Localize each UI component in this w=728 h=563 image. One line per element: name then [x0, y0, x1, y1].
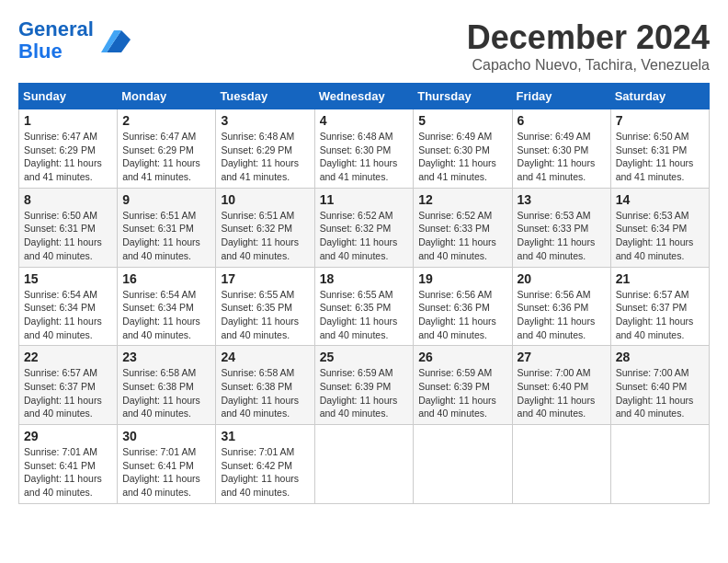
calendar-cell: 13 Sunrise: 6:53 AM Sunset: 6:33 PM Dayl… [512, 188, 610, 267]
day-number: 18 [320, 271, 409, 286]
day-info: Sunrise: 7:01 AM Sunset: 6:41 PM Dayligh… [122, 445, 210, 500]
location: Capacho Nuevo, Tachira, Venezuela [467, 57, 710, 74]
day-number: 5 [418, 113, 506, 128]
day-number: 11 [320, 192, 409, 207]
calendar-cell: 23 Sunrise: 6:58 AM Sunset: 6:38 PM Dayl… [118, 346, 216, 425]
day-info: Sunrise: 6:55 AM Sunset: 6:35 PM Dayligh… [221, 288, 309, 342]
day-info: Sunrise: 6:59 AM Sunset: 6:39 PM Dayligh… [418, 366, 506, 420]
weekday-header: Thursday [414, 84, 512, 109]
calendar-cell: 26 Sunrise: 6:59 AM Sunset: 6:39 PM Dayl… [414, 346, 512, 425]
calendar-cell: 19 Sunrise: 6:56 AM Sunset: 6:36 PM Dayl… [414, 267, 512, 346]
day-number: 13 [518, 192, 606, 207]
calendar-cell: 14 Sunrise: 6:53 AM Sunset: 6:34 PM Dayl… [610, 188, 709, 267]
day-info: Sunrise: 6:53 AM Sunset: 6:33 PM Dayligh… [518, 209, 606, 263]
calendar-week-row: 22 Sunrise: 6:57 AM Sunset: 6:37 PM Dayl… [19, 346, 710, 425]
calendar-cell: 15 Sunrise: 6:54 AM Sunset: 6:34 PM Dayl… [19, 267, 118, 346]
day-info: Sunrise: 6:48 AM Sunset: 6:30 PM Dayligh… [320, 130, 409, 184]
day-number: 19 [418, 271, 506, 286]
day-number: 1 [24, 113, 112, 128]
calendar-cell: 22 Sunrise: 6:57 AM Sunset: 6:37 PM Dayl… [19, 346, 118, 425]
calendar-cell: 12 Sunrise: 6:52 AM Sunset: 6:33 PM Dayl… [414, 188, 512, 267]
day-info: Sunrise: 6:51 AM Sunset: 6:31 PM Dayligh… [122, 209, 210, 263]
day-info: Sunrise: 6:47 AM Sunset: 6:29 PM Dayligh… [122, 130, 210, 184]
day-number: 2 [122, 113, 210, 128]
weekday-header: Saturday [610, 84, 709, 109]
calendar-cell: 18 Sunrise: 6:55 AM Sunset: 6:35 PM Dayl… [314, 267, 414, 346]
day-number: 26 [418, 350, 506, 364]
day-info: Sunrise: 6:49 AM Sunset: 6:30 PM Dayligh… [418, 130, 506, 184]
day-info: Sunrise: 6:50 AM Sunset: 6:31 PM Dayligh… [616, 130, 704, 184]
day-number: 16 [122, 271, 210, 286]
calendar-cell: 31 Sunrise: 7:01 AM Sunset: 6:42 PM Dayl… [216, 425, 314, 504]
calendar-cell [610, 425, 709, 504]
day-number: 22 [24, 350, 112, 364]
day-number: 25 [320, 350, 409, 364]
calendar-week-row: 29 Sunrise: 7:01 AM Sunset: 6:41 PM Dayl… [19, 425, 710, 504]
day-info: Sunrise: 6:58 AM Sunset: 6:38 PM Dayligh… [221, 366, 309, 420]
day-info: Sunrise: 6:54 AM Sunset: 6:34 PM Dayligh… [122, 288, 210, 342]
title-block: December 2024 Capacho Nuevo, Tachira, Ve… [467, 18, 710, 74]
day-info: Sunrise: 6:49 AM Sunset: 6:30 PM Dayligh… [518, 130, 606, 184]
day-number: 10 [221, 192, 309, 207]
day-info: Sunrise: 6:59 AM Sunset: 6:39 PM Dayligh… [320, 366, 409, 420]
day-number: 14 [616, 192, 704, 207]
calendar-cell [512, 425, 610, 504]
weekday-header: Tuesday [216, 84, 314, 109]
day-info: Sunrise: 7:01 AM Sunset: 6:42 PM Dayligh… [221, 445, 309, 500]
calendar-cell: 8 Sunrise: 6:50 AM Sunset: 6:31 PM Dayli… [19, 188, 118, 267]
calendar-cell: 27 Sunrise: 7:00 AM Sunset: 6:40 PM Dayl… [512, 346, 610, 425]
day-info: Sunrise: 6:57 AM Sunset: 6:37 PM Dayligh… [616, 288, 704, 342]
day-info: Sunrise: 6:53 AM Sunset: 6:34 PM Dayligh… [616, 209, 704, 263]
calendar-cell: 21 Sunrise: 6:57 AM Sunset: 6:37 PM Dayl… [610, 267, 709, 346]
day-info: Sunrise: 6:52 AM Sunset: 6:33 PM Dayligh… [418, 209, 506, 263]
day-number: 4 [320, 113, 409, 128]
day-number: 17 [221, 271, 309, 286]
day-number: 23 [122, 350, 210, 364]
day-info: Sunrise: 6:52 AM Sunset: 6:32 PM Dayligh… [320, 209, 409, 263]
day-number: 28 [616, 350, 704, 364]
calendar-cell: 25 Sunrise: 6:59 AM Sunset: 6:39 PM Dayl… [314, 346, 414, 425]
day-info: Sunrise: 7:01 AM Sunset: 6:41 PM Dayligh… [24, 445, 112, 500]
logo: General Blue [18, 18, 131, 63]
calendar-cell: 30 Sunrise: 7:01 AM Sunset: 6:41 PM Dayl… [118, 425, 216, 504]
day-number: 6 [518, 113, 606, 128]
day-info: Sunrise: 6:58 AM Sunset: 6:38 PM Dayligh… [122, 366, 210, 420]
calendar-cell: 11 Sunrise: 6:52 AM Sunset: 6:32 PM Dayl… [314, 188, 414, 267]
calendar-cell [314, 425, 414, 504]
calendar-week-row: 15 Sunrise: 6:54 AM Sunset: 6:34 PM Dayl… [19, 267, 710, 346]
day-info: Sunrise: 6:56 AM Sunset: 6:36 PM Dayligh… [418, 288, 506, 342]
page-header: General Blue December 2024 Capacho Nuevo… [18, 18, 710, 74]
month-title: December 2024 [467, 18, 710, 57]
day-info: Sunrise: 6:50 AM Sunset: 6:31 PM Dayligh… [24, 209, 112, 263]
day-number: 20 [518, 271, 606, 286]
day-number: 3 [221, 113, 309, 128]
calendar-cell: 2 Sunrise: 6:47 AM Sunset: 6:29 PM Dayli… [118, 109, 216, 189]
calendar-header-row: SundayMondayTuesdayWednesdayThursdayFrid… [19, 84, 710, 109]
calendar-cell: 1 Sunrise: 6:47 AM Sunset: 6:29 PM Dayli… [19, 109, 118, 189]
day-number: 21 [616, 271, 704, 286]
day-info: Sunrise: 6:55 AM Sunset: 6:35 PM Dayligh… [320, 288, 409, 342]
day-number: 29 [24, 429, 112, 443]
day-info: Sunrise: 6:56 AM Sunset: 6:36 PM Dayligh… [518, 288, 606, 342]
day-info: Sunrise: 6:47 AM Sunset: 6:29 PM Dayligh… [24, 130, 112, 184]
day-number: 31 [221, 429, 309, 443]
calendar-cell: 16 Sunrise: 6:54 AM Sunset: 6:34 PM Dayl… [118, 267, 216, 346]
calendar-week-row: 8 Sunrise: 6:50 AM Sunset: 6:31 PM Dayli… [19, 188, 710, 267]
day-info: Sunrise: 6:51 AM Sunset: 6:32 PM Dayligh… [221, 209, 309, 263]
day-number: 8 [24, 192, 112, 207]
day-info: Sunrise: 6:54 AM Sunset: 6:34 PM Dayligh… [24, 288, 112, 342]
logo-text: General Blue [18, 18, 94, 63]
calendar-cell: 3 Sunrise: 6:48 AM Sunset: 6:29 PM Dayli… [216, 109, 314, 189]
weekday-header: Sunday [19, 84, 118, 109]
calendar-cell: 4 Sunrise: 6:48 AM Sunset: 6:30 PM Dayli… [314, 109, 414, 189]
day-number: 24 [221, 350, 309, 364]
day-number: 15 [24, 271, 112, 286]
weekday-header: Wednesday [314, 84, 414, 109]
weekday-header: Monday [118, 84, 216, 109]
day-number: 7 [616, 113, 704, 128]
day-info: Sunrise: 6:48 AM Sunset: 6:29 PM Dayligh… [221, 130, 309, 184]
weekday-header: Friday [512, 84, 610, 109]
day-info: Sunrise: 6:57 AM Sunset: 6:37 PM Dayligh… [24, 366, 112, 420]
day-info: Sunrise: 7:00 AM Sunset: 6:40 PM Dayligh… [616, 366, 704, 420]
calendar-cell: 20 Sunrise: 6:56 AM Sunset: 6:36 PM Dayl… [512, 267, 610, 346]
